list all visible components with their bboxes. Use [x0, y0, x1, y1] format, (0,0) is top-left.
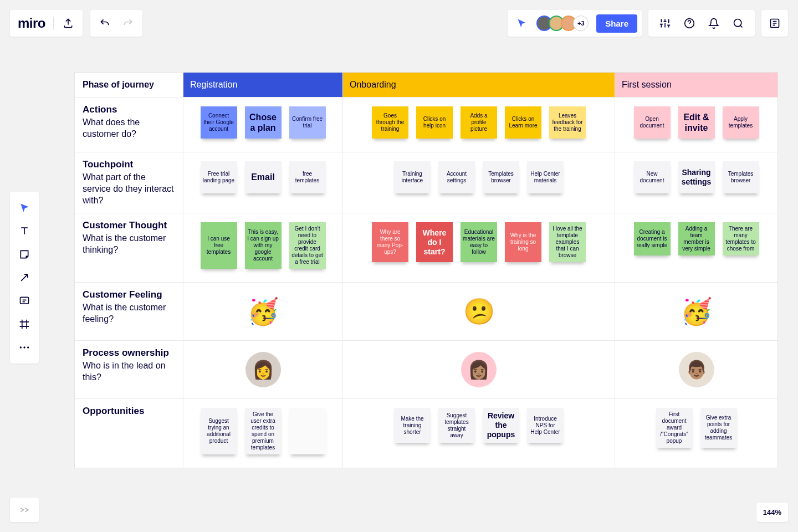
row-sub: Who is in the lead on this?: [83, 360, 175, 383]
svg-point-1: [734, 19, 741, 27]
row-title: Process ownership: [83, 347, 175, 359]
comment-tool[interactable]: [13, 290, 35, 311]
sticky-note[interactable]: Creating a document is really simple: [634, 222, 671, 255]
logo-box: miro: [10, 10, 83, 37]
feeling-emoji-party[interactable]: [183, 283, 342, 340]
feeling-emoji-party[interactable]: [615, 283, 777, 340]
sticky-note[interactable]: Open document: [634, 106, 671, 139]
owner-avatar[interactable]: 👨🏽: [679, 352, 714, 387]
sticky-note[interactable]: Leaves feedback for the training: [549, 106, 586, 139]
svg-point-4: [20, 346, 22, 348]
text-tool[interactable]: [13, 221, 35, 242]
divider: [53, 17, 54, 30]
sticky-note[interactable]: First document award /"Congrats" popup: [656, 408, 693, 448]
sticky-note[interactable]: Chose a plan: [245, 106, 282, 139]
feeling-emoji-confused[interactable]: [343, 283, 615, 340]
row-feeling-label: Customer Feeling What is the customer fe…: [75, 282, 183, 340]
row-title: Customer Feeling: [83, 289, 175, 300]
owner-avatar[interactable]: 👩🏽: [461, 352, 497, 387]
journey-map[interactable]: Phase of journey Registration Onboarding…: [74, 72, 778, 468]
help-icon[interactable]: [683, 17, 696, 30]
sticky-note[interactable]: Goes through the training: [372, 106, 408, 139]
row-touch-label: Touchpoint What part of the service do t…: [75, 152, 183, 213]
sticky-note[interactable]: Free trial landing page: [201, 161, 237, 193]
sticky-note[interactable]: New document: [634, 161, 671, 193]
undo-icon[interactable]: [98, 17, 111, 30]
row-thought-label: Customer Thought What is the customer th…: [75, 213, 183, 282]
avatar-overflow[interactable]: +3: [573, 16, 589, 31]
phase-first-session[interactable]: First session: [615, 73, 777, 97]
row-sub: What is the customer thinking?: [83, 233, 175, 256]
sticky-note[interactable]: Educational materials are easy to follow: [461, 222, 497, 262]
sticky-note[interactable]: Clicks on Learn more: [505, 106, 541, 139]
sticky-note[interactable]: Introduce NPS for Help Center: [527, 408, 564, 442]
sticky-note[interactable]: Give the user extra credits to spend on …: [245, 408, 282, 454]
top-actions: [648, 10, 755, 37]
row-owner-label: Process ownership Who is in the lead on …: [75, 340, 183, 398]
row-sub: What is the customer feeling?: [83, 302, 175, 325]
sticky-note[interactable]: I can use free templates: [201, 222, 237, 269]
search-icon[interactable]: [732, 17, 745, 30]
sticky-tool[interactable]: [13, 244, 35, 265]
row-title: Opportunities: [83, 406, 175, 417]
row-actions-label: Actions What does the customer do?: [75, 97, 183, 152]
frame-tool[interactable]: [13, 314, 35, 335]
phase-registration[interactable]: Registration: [183, 73, 342, 97]
sticky-note[interactable]: Suggest trying an additional product: [201, 408, 237, 454]
more-tools[interactable]: [13, 337, 35, 358]
sticky-note-empty[interactable]: [289, 408, 326, 454]
sticky-note[interactable]: Help Center materials: [527, 161, 564, 193]
sticky-note[interactable]: Where do I start?: [416, 222, 453, 262]
sticky-note[interactable]: Clicks on help icon: [416, 106, 453, 139]
sticky-note[interactable]: Get I don't need to provide credit card …: [289, 222, 326, 269]
sticky-note[interactable]: There are many templates to chose from: [723, 222, 759, 255]
settings-icon[interactable]: [658, 17, 672, 30]
logo[interactable]: miro: [18, 16, 45, 31]
sticky-note[interactable]: Adding a team member is very simple: [678, 222, 715, 255]
row-opp-label: Opportunities: [75, 398, 183, 468]
zoom-level[interactable]: 144%: [756, 503, 788, 522]
row-sub: What does the customer do?: [83, 117, 175, 140]
phase-onboarding[interactable]: Onboarding: [343, 73, 615, 97]
undo-redo-box: [90, 10, 142, 37]
row-title: Touchpoint: [83, 159, 175, 170]
sticky-note[interactable]: Apply templates: [723, 106, 759, 139]
avatars[interactable]: +3: [536, 16, 589, 31]
bell-icon[interactable]: [707, 17, 720, 30]
sticky-note[interactable]: Review the popups: [483, 408, 519, 442]
sticky-note[interactable]: I love all the template examples that I …: [549, 222, 586, 262]
cursor-presence-icon[interactable]: [515, 17, 529, 30]
sticky-note[interactable]: Templates browser: [723, 161, 759, 193]
sticky-note[interactable]: Confirm free trial: [289, 106, 326, 139]
sticky-note[interactable]: Make the training shorter: [394, 408, 431, 442]
sticky-note[interactable]: Sharing settings: [678, 161, 715, 193]
row-title: Customer Thought: [83, 220, 175, 231]
share-button[interactable]: Share: [596, 14, 637, 33]
row-sub: What part of the service do they interac…: [83, 172, 175, 206]
sticky-note[interactable]: Give extra points for adding teammates: [700, 408, 737, 448]
sticky-note[interactable]: Email: [245, 161, 282, 193]
sticky-note[interactable]: Account settings: [438, 161, 475, 193]
sticky-note[interactable]: Connect their Google account: [201, 106, 237, 139]
arrow-tool[interactable]: [13, 267, 35, 288]
activity-panel-button[interactable]: [761, 10, 788, 37]
owner-avatar[interactable]: 👩: [245, 352, 281, 387]
grid-header-label: Phase of journey: [75, 73, 183, 97]
collab-box: +3 Share: [508, 10, 642, 37]
sticky-note[interactable]: This is easy, I can sign up with my goog…: [245, 222, 282, 269]
redo-icon[interactable]: [121, 17, 135, 30]
sticky-note[interactable]: Suggest templates straight away: [438, 408, 475, 442]
select-tool[interactable]: [13, 197, 35, 218]
sticky-note[interactable]: Why are there so many Pop-ups?: [372, 222, 408, 262]
sticky-note[interactable]: Training interface: [394, 161, 431, 193]
sticky-note[interactable]: Why is the training so long: [505, 222, 541, 262]
expand-minimap-button[interactable]: [10, 498, 39, 522]
row-title: Actions: [83, 104, 175, 115]
sticky-note[interactable]: Edit & invite: [678, 106, 715, 139]
svg-point-6: [27, 346, 29, 348]
left-toolbar: [10, 192, 39, 364]
sticky-note[interactable]: free templates: [289, 161, 326, 193]
sticky-note[interactable]: Templates browser: [483, 161, 519, 193]
sticky-note[interactable]: Adds a profile picture: [461, 106, 497, 139]
export-icon[interactable]: [62, 17, 75, 30]
